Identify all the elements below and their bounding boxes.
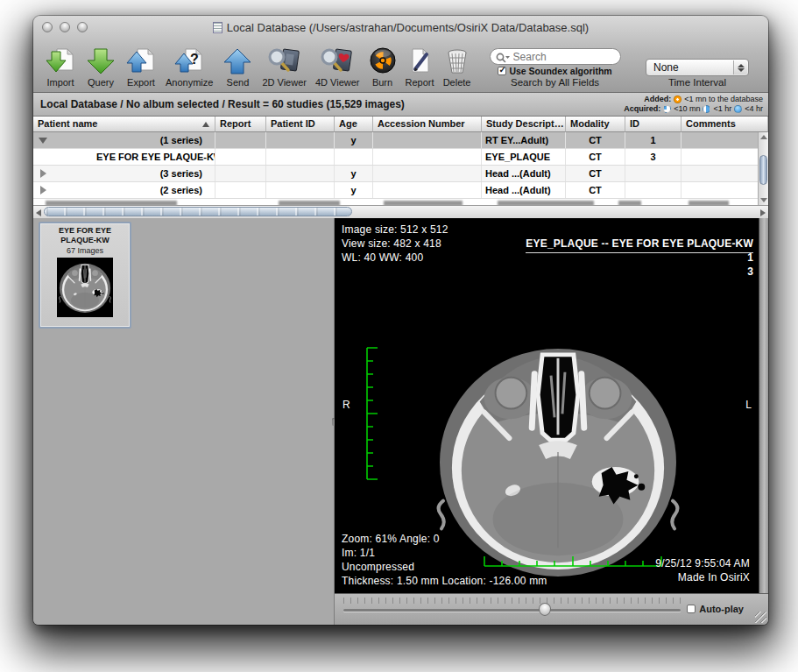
overlay-bottom-left: Zoom: 61% Angle: 0 Im: 1/1 Uncompressed … (342, 532, 547, 588)
table-row[interactable]: (3 series) y Head ...(Adult) CT (33, 166, 768, 182)
image-slider-track[interactable] (343, 609, 681, 612)
burn-button[interactable]: Burn (369, 46, 397, 88)
series-image-count: 67 Images (67, 246, 103, 255)
send-button[interactable]: Send (222, 46, 253, 88)
orientation-left-marker: L (745, 398, 752, 412)
soundex-checkbox-row[interactable]: Use Soundex algorithm (498, 66, 611, 76)
import-icon (45, 46, 76, 76)
col-accession[interactable]: Accession Number (373, 117, 482, 132)
dicom-image-viewer[interactable]: Image size: 512 x 512 View size: 482 x 4… (335, 218, 759, 593)
resize-grip-icon[interactable] (755, 612, 766, 623)
orientation-right-marker: R (343, 398, 350, 412)
import-button[interactable]: Import (45, 46, 76, 88)
search-group-label: Search by All Fields (511, 77, 599, 88)
series-thumbnail-image (57, 258, 113, 317)
table-vertical-scrollbar[interactable] (758, 132, 768, 205)
soundex-checkbox[interactable] (498, 67, 506, 75)
database-document-icon (213, 22, 222, 33)
search-icon (496, 52, 508, 62)
query-button[interactable]: Query (85, 46, 117, 88)
export-button[interactable]: Export (125, 46, 157, 88)
zoom-button[interactable] (77, 22, 88, 32)
minimize-button[interactable] (60, 22, 70, 32)
table-row[interactable]: EYE FOR EYE PLAQUE-KW EYE_PLAQUE CT 3 (33, 149, 768, 166)
report-icon (406, 46, 434, 76)
disclosure-closed-icon[interactable] (40, 169, 46, 178)
col-modality[interactable]: Modality (566, 117, 625, 132)
col-comments[interactable]: Comments (681, 117, 768, 132)
send-icon (222, 46, 253, 76)
window-chrome: Local Database (/Users/astrahan/Document… (33, 16, 768, 93)
search-group: Use Soundex algorithm Search by All Fiel… (490, 48, 621, 88)
acquired-4hr-icon (734, 105, 742, 113)
overlay-top-right: EYE_PLAQUE -- EYE FOR EYE PLAQUE-KW 1 3 (526, 237, 753, 253)
popup-stepper-icon (733, 60, 747, 74)
preview-area: EYE FOR EYE PLAQUE-KW 67 Images Image si… (33, 218, 768, 625)
scroll-down-icon[interactable] (760, 198, 767, 202)
col-patient-name[interactable]: Patient name (33, 117, 215, 132)
series-thumbnail[interactable]: EYE FOR EYE PLAQUE-KW 67 Images (39, 222, 131, 329)
time-interval-label: Time Interval (668, 77, 726, 88)
toolbar: Import Query Export ? Anonymize S (33, 39, 768, 91)
burn-icon (369, 46, 397, 76)
export-icon (125, 46, 157, 76)
sort-asc-icon (202, 122, 209, 127)
added-dot-icon (674, 95, 681, 103)
status-bar: Local Database / No album selected / Res… (33, 93, 768, 117)
date-legend: Added: <1 mn to the database Acquired: <… (624, 95, 763, 114)
acquired-1hr-icon (703, 105, 710, 113)
col-age[interactable]: Age (335, 117, 373, 132)
trash-icon (443, 46, 471, 76)
table-horizontal-scrollbar[interactable] (33, 205, 768, 218)
viewer-controls-bar: Auto-play (335, 593, 768, 625)
overlay-top-left: Image size: 512 x 512 View size: 482 x 4… (342, 223, 448, 265)
anonymize-icon: ? (173, 46, 205, 76)
slider-tick-marks (343, 598, 681, 604)
col-study-description[interactable]: Study Descript… (482, 117, 566, 132)
viewer-2d-button[interactable]: 2D Viewer (262, 46, 307, 88)
table-header: Patient name Report Patient ID Age Acces… (33, 117, 768, 132)
result-summary: Local Database / No album selected / Res… (40, 98, 624, 110)
2d-viewer-icon (267, 46, 302, 76)
viewer-right-scroll-strip[interactable] (759, 218, 768, 593)
overlay-bottom-right: 9/25/12 9:55:04 AM Made In OsiriX (655, 556, 750, 584)
delete-button[interactable]: Delete (443, 46, 471, 88)
col-patient-id[interactable]: Patient ID (266, 117, 335, 132)
table-row[interactable]: (2 series) y Head ...(Adult) CT (33, 182, 768, 199)
acquired-10mn-icon (663, 105, 671, 113)
title-bar[interactable]: Local Database (/Users/astrahan/Document… (33, 16, 768, 39)
disclosure-open-icon[interactable] (39, 138, 47, 144)
window-title: Local Database (/Users/astrahan/Document… (33, 21, 768, 34)
col-report[interactable]: Report (215, 117, 266, 132)
disclosure-closed-icon[interactable] (40, 186, 46, 195)
scroll-right-icon[interactable] (760, 209, 766, 216)
vertical-scroll-thumb[interactable] (759, 155, 767, 185)
query-icon (85, 46, 117, 76)
autoplay-row[interactable]: Auto-play (687, 604, 744, 614)
viewer-4d-button[interactable]: 4D Viewer (315, 46, 360, 88)
scroll-up-icon[interactable] (760, 135, 767, 139)
autoplay-checkbox[interactable] (687, 605, 696, 613)
time-interval-popup[interactable]: None (646, 59, 749, 76)
time-interval-group: None Time Interval (646, 59, 749, 88)
col-id[interactable]: ID (625, 117, 681, 132)
osirix-database-window: Local Database (/Users/astrahan/Document… (33, 16, 768, 625)
4d-viewer-icon (320, 46, 355, 76)
series-thumbnail-panel: EYE FOR EYE PLAQUE-KW 67 Images (33, 218, 335, 625)
series-title: EYE FOR EYE PLAQUE-KW (42, 226, 128, 245)
clipped-row (33, 199, 768, 205)
table-row[interactable]: (1 series) y RT EY...Adult) CT 1 (33, 132, 768, 149)
study-table: Patient name Report Patient ID Age Acces… (33, 117, 768, 218)
report-button[interactable]: Report (406, 46, 434, 88)
scroll-left-icon[interactable] (36, 209, 41, 216)
close-button[interactable] (42, 22, 53, 32)
horizontal-scroll-thumb[interactable] (44, 207, 352, 216)
anonymize-button[interactable]: ? Anonymize (166, 46, 213, 88)
image-slider-thumb[interactable] (539, 603, 551, 616)
vertical-ruler-icon (366, 347, 378, 480)
